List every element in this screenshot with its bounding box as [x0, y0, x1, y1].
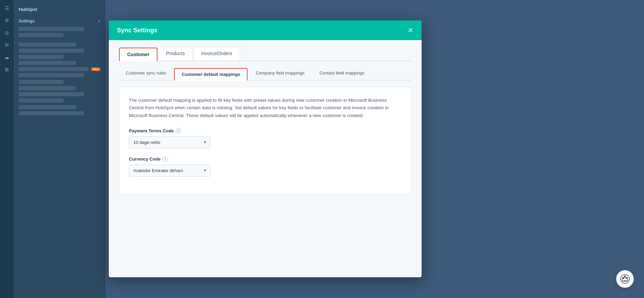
tab-company-field-mappings[interactable]: Company field mappings — [249, 67, 311, 80]
chatbot-icon — [620, 274, 630, 284]
nav-item-blurred[interactable] — [19, 67, 88, 71]
nav-item-blurred[interactable] — [19, 105, 76, 109]
nav-item-blurred[interactable] — [19, 80, 64, 84]
tab-customer-default-mappings[interactable]: Customer default mappings — [174, 68, 248, 81]
primary-tabs: Customer Products Invoice/Orders — [119, 47, 411, 61]
svg-point-2 — [626, 278, 627, 279]
tab-contact-field-mappings[interactable]: Contact field mappings — [312, 67, 371, 80]
section-title-blurred — [19, 43, 76, 47]
currency-code-select[interactable]: Arabiske Emirater dirham USD EUR GBP — [129, 165, 210, 177]
sidebar-icon-grid[interactable]: ⊞ — [2, 65, 12, 74]
payment-terms-info-icon[interactable]: i — [176, 128, 181, 134]
payment-terms-label: Payment Terms Code i — [129, 128, 402, 134]
sidebar-icon-circle[interactable]: ◎ — [2, 28, 12, 37]
nav-item-blurred[interactable] — [19, 55, 64, 59]
tab-customer-sync-rules[interactable]: Customer sync rules — [119, 67, 173, 80]
secondary-tabs: Customer sync rules Customer default map… — [119, 67, 411, 81]
nav-item-blurred[interactable] — [19, 33, 64, 37]
sidebar-icon-settings[interactable]: ⚙ — [2, 16, 12, 25]
payment-terms-select[interactable]: 10 dage netto 30 dage netto Net 30 Net 6… — [129, 136, 210, 148]
chatbot-button[interactable] — [616, 270, 634, 288]
modal-close-button[interactable]: ✕ — [408, 27, 413, 34]
nav-item-blurred[interactable] — [19, 49, 84, 53]
nav-item-blurred[interactable] — [19, 111, 84, 115]
modal-title: Sync Settings — [117, 27, 157, 34]
new-badge: NEW — [91, 67, 100, 71]
modal-header: Sync Settings ✕ — [109, 20, 422, 40]
nav-item-blurred[interactable] — [19, 86, 76, 90]
tab-products[interactable]: Products — [158, 47, 192, 61]
currency-code-info-icon[interactable]: i — [163, 156, 168, 162]
sidebar-icon-mail[interactable]: ✉ — [2, 40, 12, 50]
currency-code-select-wrapper: Arabiske Emirater dirham USD EUR GBP ▼ — [129, 165, 210, 177]
account-section-header — [19, 43, 100, 47]
sidebar-icon-menu[interactable]: ☰ — [2, 3, 12, 13]
svg-point-1 — [623, 278, 624, 279]
left-panel: HubSpot Settings + NEW — [14, 0, 105, 298]
nav-item-blurred[interactable] — [19, 27, 84, 31]
tab-customer[interactable]: Customer — [119, 48, 157, 61]
nav-item-blurred[interactable] — [19, 61, 76, 65]
nav-item-blurred[interactable] — [19, 92, 84, 96]
sidebar: ☰ ⚙ ◎ ✉ ☁ ⊞ — [0, 0, 14, 298]
sync-settings-modal: Sync Settings ✕ Customer Products Invoic… — [109, 20, 422, 277]
payment-terms-select-wrapper: 10 dage netto 30 dage netto Net 30 Net 6… — [129, 136, 210, 148]
settings-label: Settings + — [19, 19, 100, 23]
modal-body: Customer Products Invoice/Orders Custome… — [109, 40, 422, 277]
tab-invoice-orders[interactable]: Invoice/Orders — [193, 47, 240, 61]
left-panel-title: HubSpot — [19, 5, 100, 14]
sidebar-icon-cloud[interactable]: ☁ — [2, 52, 12, 62]
content-card: The customer default mapping is applied … — [119, 87, 411, 195]
nav-item-blurred[interactable] — [19, 98, 64, 102]
content-description: The customer default mapping is applied … — [129, 97, 402, 119]
currency-code-label: Currency Code i — [129, 156, 402, 162]
nav-item-blurred[interactable] — [19, 73, 84, 77]
